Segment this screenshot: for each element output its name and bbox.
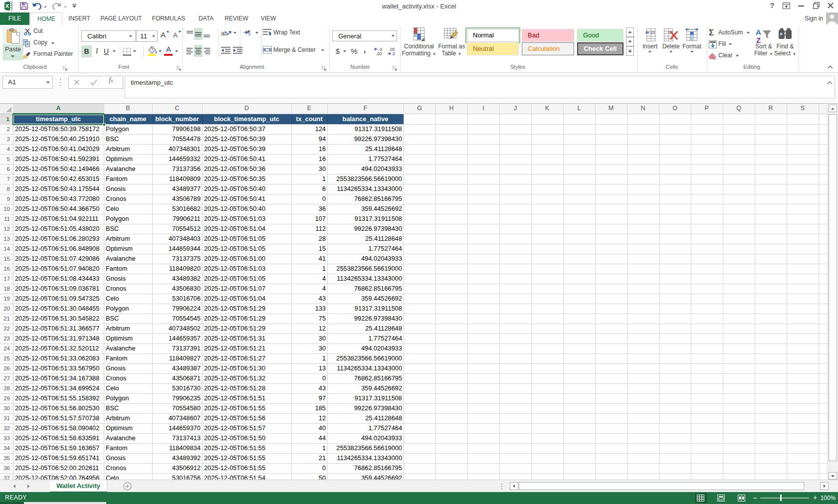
svg-text:A: A: [161, 30, 166, 38]
svg-text:¶: ¶: [247, 29, 250, 36]
svg-text:X: X: [5, 3, 9, 9]
svg-text:≠: ≠: [421, 36, 425, 42]
svg-text:A: A: [173, 31, 178, 38]
svg-text:.00: .00: [376, 51, 382, 56]
svg-text:ab: ab: [221, 30, 228, 37]
svg-text:A: A: [756, 28, 761, 36]
svg-text:.0: .0: [392, 51, 395, 56]
